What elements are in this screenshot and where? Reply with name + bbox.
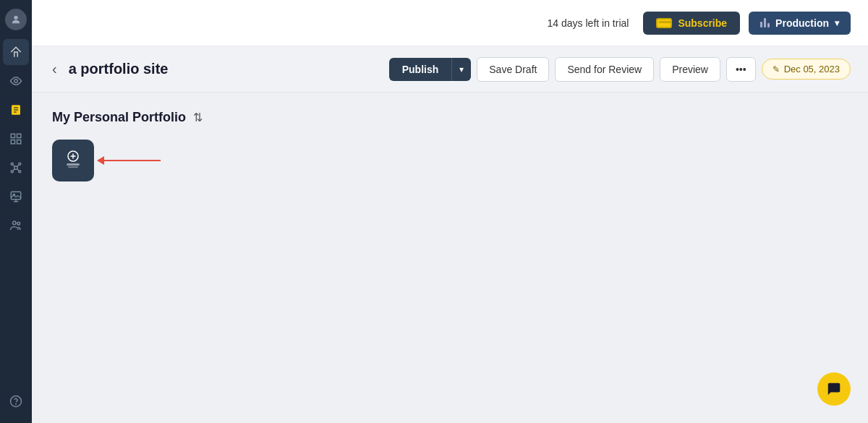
svg-rect-29 [68, 166, 78, 168]
svg-rect-19 [11, 192, 21, 200]
main-area: 14 days left in trial Subscribe Producti… [32, 0, 868, 423]
svg-point-13 [11, 171, 13, 173]
svg-point-11 [11, 163, 13, 165]
svg-rect-6 [11, 134, 14, 137]
page-title: a portfolio site [69, 61, 169, 77]
add-section-button[interactable] [52, 140, 94, 181]
sidebar-item-help[interactable] [3, 388, 29, 414]
pencil-icon: ✎ [773, 64, 780, 74]
top-header: 14 days left in trial Subscribe Producti… [32, 0, 868, 46]
sidebar-item-pages[interactable] [3, 97, 29, 123]
production-label: Production [775, 17, 829, 29]
production-button[interactable]: Production ▾ [749, 12, 851, 35]
portfolio-header: My Personal Portfolio ⇅ [52, 110, 848, 125]
svg-point-21 [13, 221, 17, 225]
content-header: ‹ a portfolio site Publish ▾ Save Draft … [32, 46, 868, 93]
add-section-row [52, 140, 848, 181]
portfolio-title: My Personal Portfolio [52, 110, 186, 125]
subscribe-label: Subscribe [678, 17, 727, 29]
svg-point-1 [14, 80, 18, 83]
trial-text: 14 days left in trial [548, 17, 629, 29]
sidebar-item-blog[interactable] [3, 68, 29, 94]
sidebar-item-grid[interactable] [3, 126, 29, 152]
arrow-indicator [103, 160, 161, 161]
date-badge: ✎ Dec 05, 2023 [762, 59, 851, 80]
more-options-button[interactable]: ••• [726, 57, 756, 82]
back-button[interactable]: ‹ [49, 58, 60, 80]
subscribe-button[interactable]: Subscribe [643, 12, 740, 35]
svg-rect-28 [67, 163, 80, 166]
svg-point-14 [19, 171, 21, 173]
svg-line-15 [13, 165, 14, 166]
sidebar [0, 0, 32, 423]
svg-point-0 [14, 16, 17, 20]
chevron-down-icon: ▾ [835, 18, 839, 28]
preview-button[interactable]: Preview [660, 57, 720, 82]
svg-rect-8 [11, 140, 14, 144]
arrow-head [97, 156, 104, 165]
publish-button-group: Publish ▾ [389, 58, 472, 81]
svg-line-16 [17, 165, 19, 166]
publish-dropdown-icon: ▾ [459, 64, 464, 74]
sidebar-item-users[interactable] [3, 213, 29, 239]
save-draft-button[interactable]: Save Draft [477, 57, 549, 82]
send-review-button[interactable]: Send for Review [555, 57, 654, 82]
user-avatar[interactable] [5, 9, 27, 30]
publish-dropdown-button[interactable]: ▾ [451, 58, 471, 81]
header-actions: Publish ▾ Save Draft Send for Review Pre… [389, 57, 851, 82]
sidebar-item-home[interactable] [3, 39, 29, 65]
svg-line-18 [17, 169, 19, 171]
arrow-line [103, 160, 161, 161]
svg-rect-9 [17, 140, 21, 144]
svg-point-22 [17, 222, 20, 225]
sidebar-item-integrations[interactable] [3, 155, 29, 181]
date-label: Dec 05, 2023 [784, 64, 840, 74]
subscribe-card-icon [656, 18, 672, 28]
publish-button[interactable]: Publish [389, 58, 452, 81]
portfolio-toggle-icon[interactable]: ⇅ [193, 111, 203, 124]
svg-point-12 [19, 163, 21, 165]
svg-line-17 [13, 169, 14, 171]
back-icon: ‹ [52, 61, 57, 77]
svg-rect-7 [17, 134, 21, 137]
production-grid-icon [760, 18, 770, 27]
svg-point-24 [16, 403, 17, 404]
sidebar-item-media[interactable] [3, 184, 29, 210]
content-body: My Personal Portfolio ⇅ [32, 93, 868, 423]
chat-bubble-button[interactable] [817, 372, 851, 406]
